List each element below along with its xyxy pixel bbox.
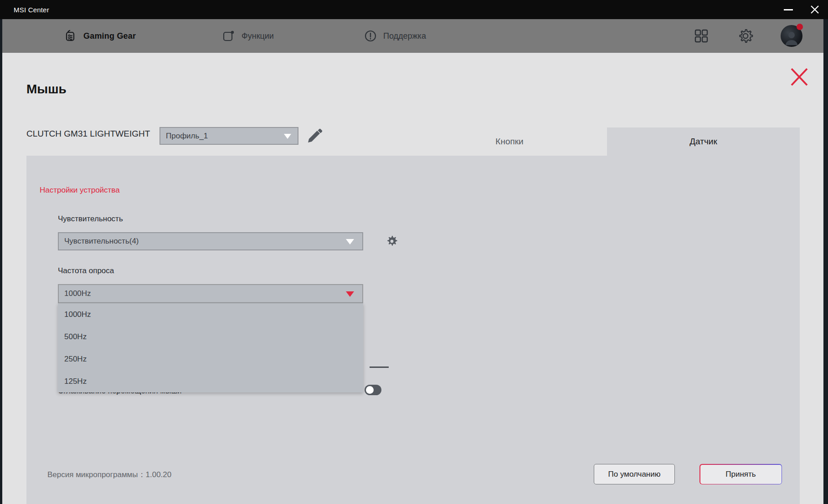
pencil-icon bbox=[306, 127, 322, 144]
chevron-down-icon bbox=[346, 239, 354, 244]
polling-rate-dropdown[interactable]: 1000Hz bbox=[58, 284, 363, 303]
accept-button-label: Принять bbox=[700, 465, 782, 484]
navbar: Gaming Gear Функции Поддержка bbox=[0, 19, 828, 53]
nav-item-functions[interactable]: Функции bbox=[222, 19, 274, 53]
nav-item-support[interactable]: Поддержка bbox=[364, 19, 426, 53]
tab-buttons[interactable]: Кнопки bbox=[412, 127, 607, 156]
notification-dot bbox=[797, 24, 803, 30]
red-close-icon bbox=[790, 66, 809, 87]
polling-rate-options-list: 1000Hz 500Hz 250Hz 125Hz bbox=[58, 303, 363, 392]
polling-option-250hz[interactable]: 250Hz bbox=[58, 348, 363, 370]
polling-rate-dropdown-value: 1000Hz bbox=[64, 289, 91, 298]
gear-icon bbox=[385, 234, 399, 248]
chevron-down-icon bbox=[284, 134, 291, 139]
default-button[interactable]: По умолчанию bbox=[594, 464, 675, 484]
nav-label-support: Поддержка bbox=[383, 31, 426, 41]
option-label: 1000Hz bbox=[64, 310, 91, 319]
grid-icon bbox=[693, 27, 710, 45]
sensitivity-dropdown[interactable]: Чувствительность(4) bbox=[58, 232, 363, 250]
toggle-knob bbox=[366, 386, 374, 394]
sensor-settings-panel: Настройки устройства Чувствительность Чу… bbox=[26, 156, 800, 504]
nav-label-gaming-gear: Gaming Gear bbox=[83, 31, 136, 41]
titlebar: MSI Center bbox=[0, 0, 828, 19]
window-close-button[interactable] bbox=[802, 0, 828, 19]
apps-grid-button[interactable] bbox=[693, 19, 710, 53]
titlebar-controls bbox=[775, 0, 828, 19]
settings-button[interactable] bbox=[735, 19, 756, 53]
section-title: Настройки устройства bbox=[40, 186, 120, 195]
profile-dropdown[interactable]: Профиль_1 bbox=[159, 127, 298, 145]
polling-rate-label: Частота опроса bbox=[58, 266, 114, 275]
window-title: MSI Center bbox=[14, 6, 49, 14]
default-button-label: По умолчанию bbox=[608, 470, 661, 479]
polling-option-1000hz[interactable]: 1000Hz bbox=[58, 303, 363, 326]
option-label: 250Hz bbox=[64, 355, 87, 364]
minimize-icon bbox=[784, 9, 793, 10]
edit-profile-button[interactable] bbox=[306, 127, 322, 144]
option-label: 500Hz bbox=[64, 332, 87, 341]
chevron-down-icon-red bbox=[346, 291, 354, 297]
close-icon bbox=[810, 5, 820, 15]
option-label: 125Hz bbox=[64, 377, 87, 386]
functions-icon bbox=[222, 29, 236, 43]
msi-center-window: MSI Center Gaming Gear bbox=[0, 0, 828, 504]
gear-icon bbox=[735, 26, 756, 46]
window-edge-right bbox=[823, 19, 828, 504]
tab-buttons-label: Кнопки bbox=[495, 137, 523, 147]
sensitivity-settings-button[interactable] bbox=[385, 234, 399, 248]
polling-option-500hz[interactable]: 500Hz bbox=[58, 326, 363, 348]
firmware-version: Версия микропрограммы：1.00.20 bbox=[47, 469, 171, 480]
minimize-button[interactable] bbox=[775, 0, 802, 19]
accept-button[interactable]: Принять bbox=[699, 464, 782, 484]
device-name: CLUTCH GM31 LIGHTWEIGHT bbox=[26, 129, 150, 139]
slider-line-fragment bbox=[370, 367, 389, 368]
profile-dropdown-value: Профиль_1 bbox=[166, 132, 208, 141]
tab-sensor-label: Датчик bbox=[689, 137, 717, 147]
user-account-button[interactable] bbox=[781, 25, 802, 47]
support-icon bbox=[364, 29, 377, 43]
sensitivity-label: Чувствительность bbox=[58, 214, 123, 224]
person-icon bbox=[784, 30, 799, 45]
sensitivity-dropdown-value: Чувствительность(4) bbox=[64, 237, 139, 246]
avatar bbox=[781, 25, 802, 47]
tab-sensor[interactable]: Датчик bbox=[607, 127, 800, 156]
polling-option-125hz[interactable]: 125Hz bbox=[58, 370, 363, 392]
gaming-gear-icon bbox=[64, 29, 77, 43]
mouse-smoothing-toggle[interactable] bbox=[365, 385, 381, 395]
page-title: Мышь bbox=[26, 82, 67, 97]
window-edge-left bbox=[0, 19, 2, 504]
panel-close-button[interactable] bbox=[790, 66, 809, 87]
nav-label-functions: Функции bbox=[242, 31, 274, 41]
nav-item-gaming-gear[interactable]: Gaming Gear bbox=[64, 19, 136, 53]
